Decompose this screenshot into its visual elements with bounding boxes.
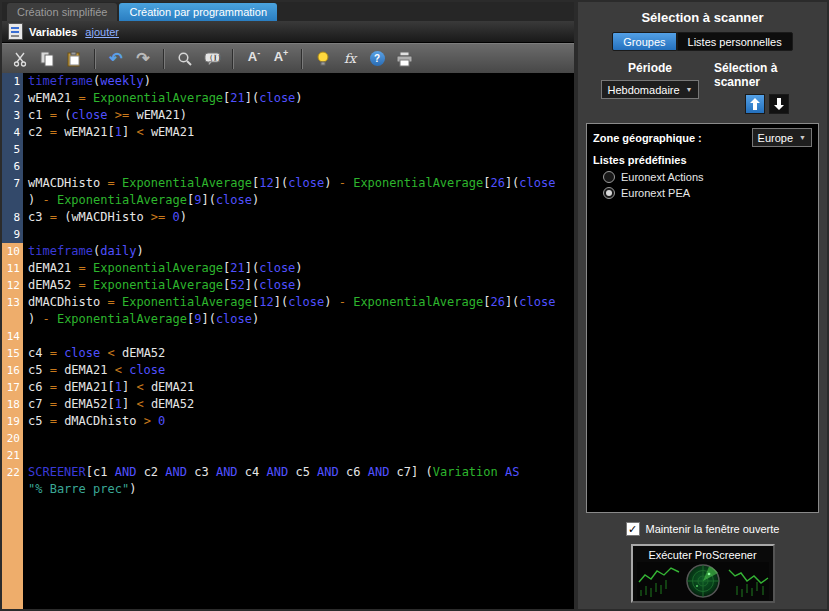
code-line-text: c5 = dMACDhisto > 0: [23, 413, 165, 430]
radar-chart-graphic: [637, 562, 769, 600]
line-number: 8: [2, 209, 23, 226]
code-line[interactable]: 14: [2, 328, 574, 345]
code-line-text: [23, 430, 35, 447]
code-line[interactable]: 13dMACDhisto = ExponentialAverage[12](cl…: [2, 294, 574, 328]
tab-groups[interactable]: Groupes: [612, 32, 676, 51]
comment-icon[interactable]: (()): [202, 49, 222, 69]
code-line-text: timeframe(weekly): [23, 73, 151, 90]
line-number: 14: [2, 328, 23, 345]
line-number: 11: [2, 260, 23, 277]
keep-open-checkbox[interactable]: ✓: [626, 522, 640, 536]
scanner-title: Sélection à scanner: [586, 10, 819, 25]
lists-panel: Zone géographique : Europe ▼ Listes préd…: [586, 123, 819, 513]
period-dropdown[interactable]: Hebdomadaire ▼: [601, 80, 698, 99]
code-line[interactable]: 21: [2, 447, 574, 464]
line-number: 15: [2, 345, 23, 362]
code-line[interactable]: 17c6 = dEMA21[1] < dEMA21: [2, 379, 574, 396]
help-icon[interactable]: ?: [367, 49, 387, 69]
code-line[interactable]: 4c2 = wEMA21[1] < wEMA21: [2, 124, 574, 141]
code-line[interactable]: 9: [2, 226, 574, 243]
move-up-button[interactable]: [745, 94, 765, 114]
code-line[interactable]: 2wEMA21 = ExponentialAverage[21](close): [2, 90, 574, 107]
selection-label: Sélection à scanner: [714, 61, 819, 89]
code-area-filler: [2, 498, 574, 609]
code-line[interactable]: 3c1 = (close >= wEMA21): [2, 107, 574, 124]
execute-proscreener-button[interactable]: Exécuter ProScreener: [631, 544, 775, 603]
code-line[interactable]: 6: [2, 158, 574, 175]
code-line-text: [23, 141, 35, 158]
radio-icon[interactable]: [603, 171, 615, 183]
code-line[interactable]: 7wMACDHisto = ExponentialAverage[12](clo…: [2, 175, 574, 209]
undo-icon[interactable]: ↶: [106, 49, 126, 69]
function-icon[interactable]: fx: [340, 49, 360, 69]
execute-button-label: Exécuter ProScreener: [648, 546, 756, 562]
zone-dropdown[interactable]: Europe ▼: [752, 128, 812, 147]
zone-value: Europe: [758, 132, 793, 144]
line-number: 7: [2, 175, 23, 209]
code-line[interactable]: 5: [2, 141, 574, 158]
code-line[interactable]: 1timeframe(weekly): [2, 73, 574, 90]
keep-open-label: Maintenir la fenêtre ouverte: [646, 523, 780, 535]
line-number: 3: [2, 107, 23, 124]
code-line[interactable]: 18c7 = dEMA52[1] < dEMA52: [2, 396, 574, 413]
hint-bulb-icon[interactable]: [313, 49, 333, 69]
variables-bar: Variables ajouter: [2, 21, 574, 43]
code-editor[interactable]: 1timeframe(weekly)2wEMA21 = ExponentialA…: [2, 73, 574, 609]
print-icon[interactable]: [394, 49, 414, 69]
redo-icon[interactable]: ↷: [133, 49, 153, 69]
tab-simple-creation[interactable]: Création simplifiée: [7, 3, 117, 21]
code-line[interactable]: 8c3 = (wMACDHisto >= 0): [2, 209, 574, 226]
line-number: 12: [2, 277, 23, 294]
list-item[interactable]: Euronext PEA: [587, 185, 818, 201]
predefined-lists-header: Listes prédéfinies: [587, 151, 818, 169]
line-number: 2: [2, 90, 23, 107]
copy-icon[interactable]: [37, 49, 57, 69]
cut-icon[interactable]: [10, 49, 30, 69]
code-line[interactable]: 16c5 = dEMA21 < close: [2, 362, 574, 379]
code-line-text: [23, 328, 35, 345]
list-item[interactable]: Euronext Actions: [587, 169, 818, 185]
line-number: 4: [2, 124, 23, 141]
code-line[interactable]: 12dEMA52 = ExponentialAverage[52](close): [2, 277, 574, 294]
code-line-text: c1 = (close >= wEMA21): [23, 107, 187, 124]
zone-label: Zone géographique :: [593, 132, 702, 144]
code-line[interactable]: 10timeframe(daily): [2, 243, 574, 260]
code-line[interactable]: 11dEMA21 = ExponentialAverage[21](close): [2, 260, 574, 277]
code-line-text: wMACDHisto = ExponentialAverage[12](clos…: [23, 175, 555, 209]
zoom-icon[interactable]: [175, 49, 195, 69]
tab-personal-lists[interactable]: Listes personnelles: [677, 32, 793, 51]
paste-icon[interactable]: [64, 49, 84, 69]
code-line[interactable]: 19c5 = dMACDhisto > 0: [2, 413, 574, 430]
scanner-tabs: Groupes Listes personnelles: [586, 32, 819, 51]
line-number: 21: [2, 447, 23, 464]
code-line-text: [23, 447, 35, 464]
line-number: 17: [2, 379, 23, 396]
period-label: Période: [628, 61, 672, 75]
tab-programming-creation[interactable]: Création par programmation: [119, 3, 277, 21]
variables-label: Variables: [29, 26, 77, 38]
font-decrease-icon[interactable]: A-: [244, 49, 264, 69]
line-number: 10: [2, 243, 23, 260]
line-number: 1: [2, 73, 23, 90]
line-number: 20: [2, 430, 23, 447]
font-increase-icon[interactable]: A+: [271, 49, 291, 69]
move-down-button[interactable]: [769, 94, 789, 114]
code-line[interactable]: 22SCREENER[c1 AND c2 AND c3 AND c4 AND c…: [2, 464, 574, 498]
radio-selected-icon[interactable]: [603, 187, 615, 199]
keep-open-row[interactable]: ✓ Maintenir la fenêtre ouverte: [586, 522, 819, 536]
chevron-down-icon: ▼: [686, 86, 693, 93]
period-value: Hebdomadaire: [607, 84, 679, 96]
line-number: 16: [2, 362, 23, 379]
creation-tabs: Création simplifiée Création par program…: [2, 2, 574, 21]
line-number: 22: [2, 464, 23, 498]
variables-icon: [8, 23, 23, 40]
add-variable-link[interactable]: ajouter: [85, 26, 119, 38]
code-line[interactable]: 15c4 = close < dEMA52: [2, 345, 574, 362]
chevron-down-icon: ▼: [799, 134, 806, 141]
code-line[interactable]: 20: [2, 430, 574, 447]
code-line-text: c4 = close < dEMA52: [23, 345, 165, 362]
line-number: 18: [2, 396, 23, 413]
arrow-down-icon: [774, 98, 784, 110]
code-line-text: c6 = dEMA21[1] < dEMA21: [23, 379, 194, 396]
code-line-text: c3 = (wMACDHisto >= 0): [23, 209, 187, 226]
